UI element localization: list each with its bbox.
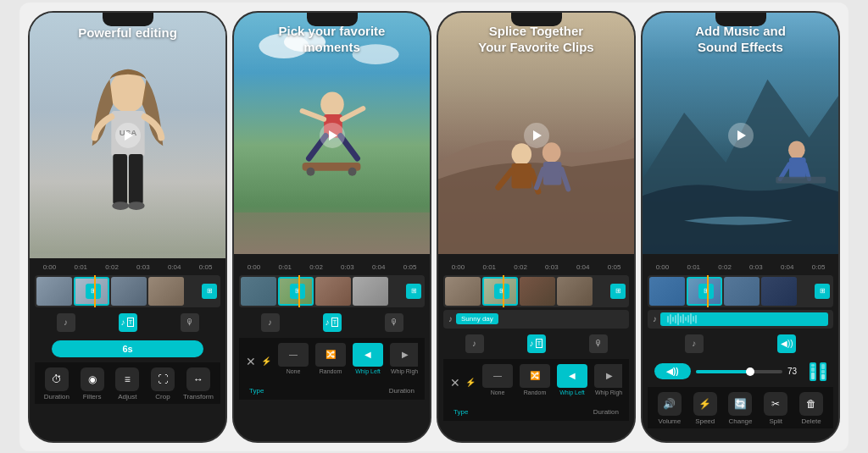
video-area-2: Pick your favorite moments bbox=[234, 13, 430, 258]
volume-slider-4[interactable] bbox=[696, 370, 782, 373]
time-ruler-2: 0:00 0:01 0:02 0:03 0:04 0:05 bbox=[239, 262, 425, 273]
trans-random-2[interactable]: 🔀 Random bbox=[314, 343, 348, 380]
trans-type-row-3: Type Duration bbox=[447, 405, 626, 416]
screen-4: Add Music and Sound Effects 0:00 0:01 0:… bbox=[643, 13, 838, 441]
trans-whipleft-icon-3: ◀ bbox=[557, 364, 587, 388]
trans-none-2[interactable]: — None bbox=[276, 343, 310, 380]
trans-whipright-2[interactable]: ▶ Whip Right bbox=[388, 343, 418, 380]
clip-icon-4: ⊞ bbox=[815, 284, 830, 299]
volume-active-icon-4[interactable]: ◀)) bbox=[777, 334, 796, 353]
share-icon-2[interactable]: ⚡ bbox=[261, 356, 271, 366]
timeline-3: 0:00 0:01 0:02 0:03 0:04 0:05 ⊞ bbox=[438, 258, 634, 441]
clip-3d[interactable] bbox=[557, 277, 593, 306]
trans-none-icon-3: — bbox=[482, 364, 513, 388]
play-button-3[interactable] bbox=[524, 123, 549, 148]
text-icon-2[interactable]: ♪T bbox=[323, 313, 342, 332]
type-label-3[interactable]: Type bbox=[453, 408, 468, 416]
phone-3: Splice Together Your Favorite Clips 0:00… bbox=[437, 11, 636, 443]
clip-icon-1: ⊞ bbox=[202, 284, 217, 299]
speed-label: Speed bbox=[695, 417, 715, 425]
music-icon-1[interactable]: ♪ bbox=[57, 313, 75, 332]
clip-3c[interactable] bbox=[520, 277, 555, 306]
toolbar-adjust[interactable]: ≡ Adjust bbox=[112, 367, 142, 401]
volume-fill-4 bbox=[696, 370, 748, 373]
audio-icon-3: ♪ bbox=[448, 314, 453, 323]
toolbar-transform[interactable]: ↔ Transform bbox=[183, 367, 214, 401]
clip-4a[interactable] bbox=[649, 277, 685, 306]
volume-badge-4: ◀)) bbox=[654, 363, 691, 379]
volume-handle-4[interactable] bbox=[746, 367, 754, 376]
share-icon-3[interactable]: ⚡ bbox=[465, 378, 476, 387]
close-button-2[interactable]: ✕ bbox=[246, 355, 256, 368]
audio-waveform-4[interactable] bbox=[660, 312, 828, 326]
play-button-2[interactable] bbox=[320, 123, 345, 148]
phone-title-1: Powerful editing bbox=[30, 25, 225, 41]
trans-whipleft-3[interactable]: ◀ Whip Left bbox=[555, 364, 589, 401]
time-ruler-1: 0:00 0:01 0:02 0:03 0:04 0:05 bbox=[35, 262, 220, 273]
transition-bar-3: ✕ ⚡ — None 🔀 Random bbox=[443, 359, 629, 421]
clip-4d[interactable] bbox=[761, 277, 797, 306]
transition-options-2: — None 🔀 Random ◀ Whip Left bbox=[276, 343, 418, 380]
clip-2a[interactable] bbox=[241, 277, 276, 306]
time-0: 0:00 bbox=[35, 263, 64, 271]
text-icon-3[interactable]: ♪T bbox=[527, 334, 546, 353]
toolbar-speed[interactable]: ⚡ Speed bbox=[690, 392, 721, 425]
time-5: 0:05 bbox=[191, 263, 220, 271]
change-label: Change bbox=[728, 417, 752, 425]
clip-icon-selected-3: ⊞ bbox=[494, 284, 509, 299]
svg-point-21 bbox=[348, 167, 357, 175]
mic-icon-2[interactable]: 🎙 bbox=[385, 313, 403, 332]
adjust-icon: ≡ bbox=[115, 367, 139, 391]
trans-whipright-3[interactable]: ▶ Whip Right bbox=[593, 364, 622, 401]
type-label-2[interactable]: Type bbox=[249, 387, 264, 395]
icon-row-2: ♪ ♪T 🎙 bbox=[239, 310, 425, 335]
trans-whipleft-2[interactable]: ◀ Whip Left bbox=[351, 343, 385, 380]
phones-container: USA Powerful editing 0:00 bbox=[19, 3, 849, 451]
toolbar-delete[interactable]: 🗑 Delete bbox=[796, 392, 826, 425]
toolbar-crop[interactable]: ⛶ Crop bbox=[147, 367, 178, 401]
screen-3: Splice Together Your Favorite Clips 0:00… bbox=[438, 13, 634, 441]
clip-thumb-1a[interactable] bbox=[36, 277, 72, 306]
trans-random-icon-2: 🔀 bbox=[315, 343, 346, 367]
svg-point-33 bbox=[788, 141, 805, 159]
music-icon-3[interactable]: ♪ bbox=[465, 334, 484, 353]
audio-label-3[interactable]: Sunny day bbox=[456, 313, 498, 324]
clip-thumb-1c[interactable] bbox=[111, 277, 147, 306]
clip-3a[interactable] bbox=[445, 277, 481, 306]
clip-2c[interactable] bbox=[315, 277, 351, 306]
toolbar-filters[interactable]: ◉ Filters bbox=[77, 367, 108, 401]
clip-4c[interactable] bbox=[724, 277, 760, 306]
time-1: 0:01 bbox=[66, 263, 96, 271]
timeline-indicator-3 bbox=[503, 275, 504, 307]
play-button-4[interactable] bbox=[728, 123, 754, 148]
toolbar-change[interactable]: 🔄 Change bbox=[726, 392, 756, 425]
filters-icon: ◉ bbox=[81, 367, 104, 391]
toolbar-split[interactable]: ✂ Split bbox=[760, 392, 791, 425]
timeline-indicator-1 bbox=[94, 275, 96, 307]
clip-icon-selected-2: ⊞ bbox=[290, 284, 305, 299]
notch-3 bbox=[511, 13, 562, 26]
duration-badge-1: 6s bbox=[52, 340, 203, 357]
clip-2d[interactable] bbox=[353, 277, 388, 306]
clip-thumb-1d[interactable] bbox=[148, 277, 184, 306]
phone-2: Pick your favorite moments 0:00 0:01 0:0… bbox=[232, 11, 431, 443]
duration-type-label-2[interactable]: Duration bbox=[389, 387, 415, 395]
music-icon-2[interactable]: ♪ bbox=[261, 313, 280, 332]
svg-point-2 bbox=[109, 70, 146, 112]
mic-icon-1[interactable]: 🎙 bbox=[181, 313, 199, 332]
trans-random-3[interactable]: 🔀 Random bbox=[518, 364, 552, 401]
toolbar-duration[interactable]: ⏱ Duration bbox=[42, 367, 72, 401]
timeline-2: 0:00 0:01 0:02 0:03 0:04 0:05 ⊞ bbox=[234, 258, 430, 441]
music-icon-4[interactable]: ♪ bbox=[685, 334, 704, 353]
text-icon-1[interactable]: ♪T bbox=[119, 313, 137, 332]
play-button-1[interactable] bbox=[115, 123, 141, 148]
audio-track-3: ♪ Sunny day bbox=[443, 310, 629, 329]
duration-type-label-3[interactable]: Duration bbox=[593, 408, 619, 416]
crop-icon: ⛶ bbox=[151, 367, 175, 391]
clip-icon-3: ⊞ bbox=[610, 284, 626, 299]
mic-icon-3[interactable]: 🎙 bbox=[589, 334, 608, 353]
trans-none-3[interactable]: — None bbox=[481, 364, 515, 401]
close-button-3[interactable]: ✕ bbox=[450, 376, 460, 389]
toolbar-volume[interactable]: 🔊 Volume bbox=[654, 392, 685, 425]
crop-label: Crop bbox=[155, 393, 170, 401]
